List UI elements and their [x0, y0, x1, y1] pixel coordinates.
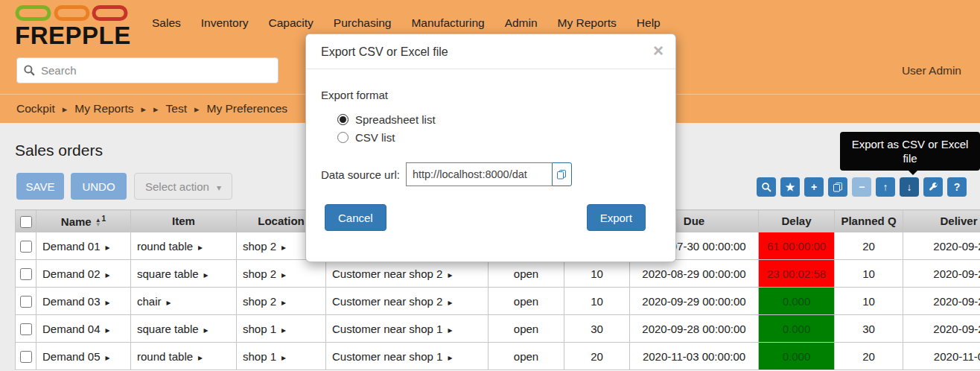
drilldown-caret-icon[interactable]: ▸: [204, 270, 209, 280]
cell-name: Demand 04▸: [36, 315, 131, 343]
drilldown-caret-icon[interactable]: ▸: [448, 325, 452, 335]
option-spreadsheet-list[interactable]: Spreadsheet list: [337, 110, 661, 128]
page-title: Sales orders: [15, 142, 103, 159]
column-label: Delay: [781, 215, 811, 227]
copy-url-button[interactable]: [552, 162, 572, 186]
frepple-logo[interactable]: FREPPLE: [15, 4, 131, 48]
row-checkbox[interactable]: [20, 241, 32, 253]
radio-spreadsheet-list[interactable]: [337, 114, 349, 125]
delete-button[interactable]: −: [852, 177, 871, 197]
cell-text: shop 2: [243, 295, 276, 308]
export-confirm-button[interactable]: Export: [587, 204, 646, 231]
breadcrumb-test[interactable]: Test: [166, 102, 187, 115]
magnifier-icon: [761, 182, 771, 192]
nav-inventory[interactable]: Inventory: [201, 16, 249, 30]
wrench-icon: [928, 182, 938, 192]
close-icon[interactable]: ×: [653, 42, 664, 60]
drilldown-caret-icon[interactable]: ▸: [281, 352, 286, 363]
breadcrumb-my-reports[interactable]: My Reports: [74, 102, 133, 115]
column-header-planned[interactable]: Planned Q: [835, 210, 903, 232]
drilldown-caret-icon[interactable]: ▸: [198, 242, 203, 253]
nav-sales[interactable]: Sales: [152, 16, 181, 30]
search-button[interactable]: [757, 177, 776, 197]
favorites-button[interactable]: ★: [780, 177, 800, 197]
dialog-title: Export CSV or Excel file: [321, 45, 448, 58]
search-icon: [23, 64, 36, 80]
cell-location: shop 2▸: [237, 260, 326, 288]
nav-my-reports[interactable]: My Reports: [558, 16, 617, 30]
nav-manufacturing[interactable]: Manufacturing: [411, 16, 484, 30]
select-all-checkbox[interactable]: [20, 216, 32, 228]
cell-delivery: 2020-09-2: [903, 260, 980, 288]
question-icon: ?: [954, 181, 961, 193]
frepple-app: FREPPLE Sales Inventory Capacity Purchas…: [0, 0, 980, 371]
import-button[interactable]: ↑: [876, 177, 895, 197]
row-checkbox[interactable]: [20, 323, 32, 335]
cell-delay: 0.000: [759, 343, 835, 370]
nav-admin[interactable]: Admin: [505, 16, 538, 30]
drilldown-caret-icon[interactable]: ▸: [281, 242, 286, 253]
breadcrumb-my-preferences[interactable]: My Preferences: [207, 102, 288, 115]
delay-badge: 0.000: [759, 315, 834, 342]
save-button[interactable]: SAVE: [16, 173, 64, 200]
option-csv-list[interactable]: CSV list: [337, 128, 661, 146]
export-tooltip: Export as CSV or Excel file: [840, 132, 980, 171]
cell-customer: Customer near shop 2▸: [326, 260, 489, 288]
drilldown-caret-icon[interactable]: ▸: [106, 270, 110, 280]
drilldown-caret-icon[interactable]: ▸: [106, 297, 110, 308]
nav-capacity[interactable]: Capacity: [269, 16, 314, 30]
chevron-right-icon: ▸: [194, 104, 200, 115]
cell-delivery: 2020-11-0: [903, 343, 980, 370]
cell-status: open: [489, 288, 564, 315]
radio-csv-list[interactable]: [337, 132, 349, 143]
drilldown-caret-icon[interactable]: ▸: [106, 242, 110, 253]
cell-name: Demand 05▸: [36, 343, 131, 370]
row-checkbox[interactable]: [20, 268, 32, 280]
drilldown-caret-icon[interactable]: ▸: [198, 352, 203, 363]
nav-help[interactable]: Help: [637, 16, 661, 30]
drilldown-caret-icon[interactable]: ▸: [448, 270, 452, 280]
column-header-name[interactable]: Name▲▼1: [36, 210, 131, 232]
main-nav: Sales Inventory Capacity Purchasing Manu…: [152, 16, 661, 30]
select-action-dropdown[interactable]: Select action ▾: [134, 173, 232, 200]
row-checkbox[interactable]: [20, 351, 32, 363]
user-menu[interactable]: User Admin: [902, 64, 961, 77]
export-button[interactable]: ↓: [900, 177, 919, 197]
cell-planned: 10: [835, 288, 903, 315]
datasource-url-input[interactable]: [406, 162, 552, 186]
cell-name: Demand 03▸: [36, 288, 131, 315]
row-checkbox[interactable]: [20, 296, 32, 308]
chevron-right-icon: ▸: [141, 104, 146, 115]
nav-purchasing[interactable]: Purchasing: [334, 16, 392, 30]
delay-badge: 61 00:00:00: [759, 232, 834, 259]
drilldown-caret-icon[interactable]: ▸: [448, 352, 452, 363]
cell-text: chair: [137, 295, 162, 308]
drilldown-caret-icon[interactable]: ▸: [281, 270, 286, 280]
search-input[interactable]: [16, 57, 279, 83]
drilldown-caret-icon[interactable]: ▸: [448, 297, 452, 308]
cell-text: Demand 04: [42, 323, 101, 335]
drilldown-caret-icon[interactable]: ▸: [281, 325, 286, 335]
column-header-delivery[interactable]: Deliver: [903, 210, 980, 232]
copy-button[interactable]: [828, 177, 847, 197]
column-header-item[interactable]: Item: [131, 210, 237, 232]
drilldown-caret-icon[interactable]: ▸: [106, 352, 110, 363]
customize-button[interactable]: [923, 177, 943, 197]
table-row: Demand 03▸ chair▸ shop 2▸ Customer near …: [16, 288, 980, 315]
help-button[interactable]: ?: [947, 177, 967, 197]
breadcrumb-cockpit[interactable]: Cockpit: [16, 102, 55, 115]
drilldown-caret-icon[interactable]: ▸: [106, 325, 110, 335]
cell-planned: 20: [835, 232, 903, 260]
delay-badge: 0.000: [759, 288, 834, 314]
drilldown-caret-icon[interactable]: ▸: [281, 297, 286, 308]
drilldown-caret-icon[interactable]: ▸: [167, 297, 171, 308]
undo-button[interactable]: UNDO: [71, 173, 127, 200]
cell-delivery: 2020-09-2: [903, 315, 980, 343]
cancel-button[interactable]: Cancel: [325, 204, 386, 231]
cell-delay: 0.000: [759, 288, 835, 315]
cell-text: Demand 03: [42, 295, 101, 308]
add-button[interactable]: +: [804, 177, 824, 197]
column-header-delay[interactable]: Delay: [759, 210, 835, 232]
drilldown-caret-icon[interactable]: ▸: [204, 325, 209, 335]
cell-select: [16, 288, 36, 315]
